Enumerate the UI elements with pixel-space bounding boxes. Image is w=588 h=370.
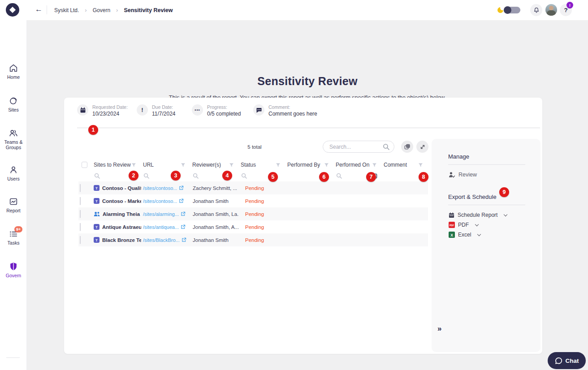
chat-bubble-icon [555, 357, 562, 365]
chat-button[interactable]: Chat [548, 352, 586, 369]
home-icon [9, 63, 18, 73]
external-link-icon[interactable] [182, 237, 186, 242]
chevron-down-icon [475, 222, 479, 226]
status-badge: Pending [239, 211, 285, 217]
copy-view-button[interactable] [401, 141, 413, 153]
info-value: 11/7/2024 [152, 111, 176, 117]
sidebar-item-teams-groups[interactable]: Teams & Groups [0, 128, 27, 150]
info-label: Progress: [207, 104, 241, 110]
info-label: Comment: [268, 104, 317, 110]
sidebar-divider [6, 357, 20, 358]
site-url-link[interactable]: /sites/alarming... [143, 211, 179, 217]
row-checkbox[interactable] [80, 184, 81, 192]
external-link-icon[interactable] [181, 211, 186, 216]
row-checkbox[interactable] [80, 210, 81, 218]
sidebar-item-label: Sites [0, 107, 27, 112]
actions-panel: Manage Review Export & Schedule [432, 139, 540, 352]
collapse-panel-icon[interactable]: » [437, 324, 441, 333]
manage-section-title: Manage [448, 153, 469, 160]
column-search-icon[interactable] [94, 173, 100, 179]
filter-icon[interactable] [180, 162, 186, 168]
info-comment: Comment: Comment goes here [253, 104, 317, 117]
status-badge: Pending [239, 224, 285, 230]
sidebar-item-govern[interactable]: Govern [0, 262, 27, 278]
tasks-count-badge: 9+ [14, 226, 22, 232]
column-header: URL [143, 162, 154, 168]
info-requested-date: Requested Date: 10/23/2024 [77, 104, 128, 117]
site-name: Antique Astraeus... [102, 224, 141, 230]
svg-text:T: T [95, 238, 98, 242]
site-url-link[interactable]: /sites/contoso... [143, 198, 177, 204]
column-search-icon[interactable] [241, 173, 247, 179]
filter-icon[interactable] [229, 162, 234, 168]
annotation-badge-8: 8 [419, 172, 428, 182]
expand-button[interactable] [416, 141, 428, 153]
filter-icon[interactable] [372, 162, 377, 168]
external-link-icon[interactable] [179, 198, 184, 203]
site-url-link[interactable]: /sites/BlackBro... [143, 237, 180, 243]
filter-icon[interactable] [324, 162, 329, 168]
external-link-icon[interactable] [179, 185, 184, 190]
column-header: Performed By [287, 162, 320, 168]
info-progress: ••• Progress: 0/5 completed [192, 104, 241, 117]
svg-text:X: X [450, 233, 453, 237]
chevron-down-icon [504, 212, 507, 216]
teams-icon: T [94, 185, 99, 191]
notifications-button[interactable] [530, 4, 542, 16]
copy-icon [404, 143, 411, 150]
breadcrumb-item-company[interactable]: Syskit Ltd. [54, 7, 79, 13]
sidebar-item-label: Govern [0, 273, 27, 278]
teams-icon: T [94, 198, 99, 204]
breadcrumb-item-govern[interactable]: Govern [93, 7, 110, 13]
site-name: Alarming Theia [103, 211, 140, 217]
govern-shield-icon [9, 262, 18, 271]
row-checkbox[interactable] [80, 223, 81, 231]
export-excel-button[interactable]: X Excel [449, 232, 480, 238]
svg-text:T: T [95, 199, 98, 203]
info-value: 10/23/2024 [92, 111, 128, 117]
column-search-icon[interactable] [336, 173, 342, 179]
breadcrumb-separator-icon: › [85, 7, 86, 13]
excel-icon: X [449, 232, 455, 238]
topbar-divider [47, 5, 47, 14]
expand-icon [419, 144, 426, 150]
filter-icon[interactable] [418, 162, 424, 168]
schedule-report-button[interactable]: Schedule Report [449, 212, 507, 218]
user-avatar[interactable] [545, 4, 557, 16]
calendar-icon [77, 104, 88, 116]
sidebar-item-sites[interactable]: Sites [0, 96, 27, 112]
row-count: 5 total [241, 144, 268, 150]
info-due-date: ! Due Date: 11/7/2024 [137, 104, 176, 117]
breadcrumb-separator-icon: › [116, 7, 118, 13]
annotation-badge-1: 1 [88, 125, 98, 135]
column-search-icon[interactable] [143, 173, 149, 179]
row-checkbox[interactable] [80, 197, 81, 205]
back-arrow-icon[interactable]: ← [35, 5, 43, 14]
help-button[interactable]: ? ! [560, 4, 572, 16]
filter-icon[interactable] [131, 162, 137, 168]
column-search-icon[interactable] [193, 173, 199, 179]
dark-mode-toggle[interactable] [504, 7, 520, 13]
export-pdf-button[interactable]: PDF PDF [449, 222, 478, 228]
filter-icon[interactable] [275, 162, 281, 168]
annotation-badge-7: 7 [366, 172, 376, 182]
select-all-checkbox[interactable] [82, 162, 87, 168]
review-action-button[interactable]: Review [449, 172, 477, 178]
search-input[interactable] [329, 144, 383, 150]
breadcrumb-item-current: Sensitivity Review [124, 7, 173, 13]
external-link-icon[interactable] [181, 224, 186, 229]
sidebar-item-tasks[interactable]: 9+ Tasks [0, 229, 27, 245]
info-value: 0/5 completed [207, 111, 241, 117]
sidebar-item-users[interactable]: Users [0, 165, 27, 181]
site-url-link[interactable]: /sites/antiquea... [143, 224, 179, 230]
table-row: Alarming Theia /sites/alarming... Jonath… [78, 207, 428, 220]
sidebar-item-report[interactable]: Report [0, 197, 27, 213]
syskit-logo-icon[interactable] [6, 3, 19, 17]
reviewers-cell: Jonathan Smith, La... [190, 211, 239, 217]
teams-groups-icon [9, 128, 18, 138]
reviewers-cell: Zachery Schmitt, ... [190, 185, 239, 191]
reviewers-cell: Jonathan Smith [190, 198, 239, 204]
row-checkbox[interactable] [80, 236, 81, 244]
sidebar-item-home[interactable]: Home [0, 63, 27, 80]
site-url-link[interactable]: /sites/contoso... [143, 185, 177, 191]
